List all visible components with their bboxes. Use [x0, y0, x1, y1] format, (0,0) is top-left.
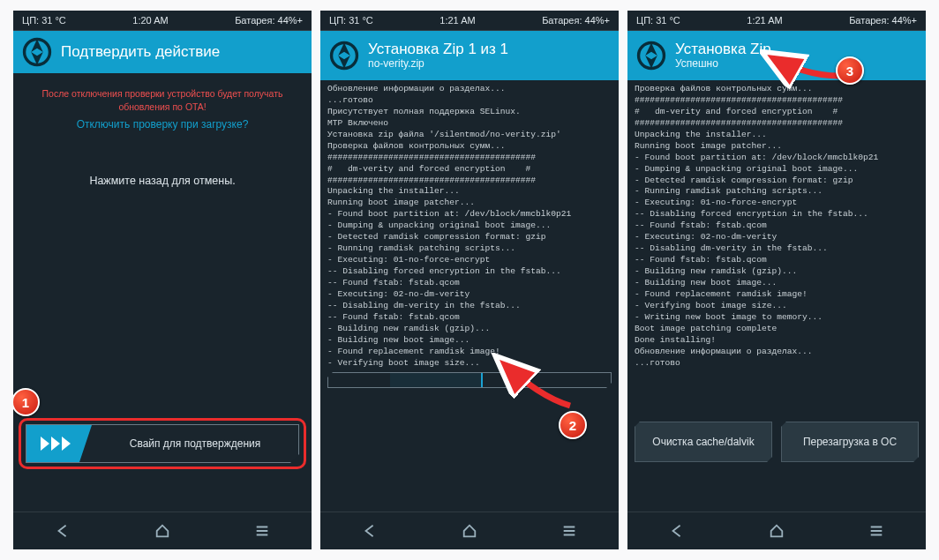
header: Установка Zip Успешно 3 [627, 31, 926, 80]
navbar [320, 511, 619, 549]
warning-text: После отключения проверки устройство буд… [20, 87, 304, 113]
back-icon[interactable] [362, 523, 378, 539]
screen-confirm: ЦП: 31 °C 1:20 AM Батарея: 44%+ Подтверд… [13, 11, 312, 549]
screen-installing: ЦП: 31 °C 1:21 AM Батарея: 44%+ Установк… [320, 11, 619, 549]
wipe-cache-button[interactable]: Очистка cache/dalvik [635, 422, 772, 462]
annotation-arrow-3 [760, 49, 848, 93]
navbar [627, 511, 926, 549]
navbar [13, 511, 312, 549]
chevron-right-icon [41, 437, 49, 451]
home-icon[interactable] [462, 523, 477, 539]
clock: 1:21 AM [439, 15, 475, 26]
twrp-logo-icon [636, 41, 666, 71]
cpu-temp: ЦП: 31 °C [329, 15, 373, 26]
header-title: Установка Zip 1 из 1 [368, 41, 508, 58]
home-icon[interactable] [154, 523, 170, 539]
reboot-system-button[interactable]: Перезагрузка в ОС [781, 422, 919, 462]
annotation-arrow-2 [486, 353, 583, 414]
header: Установка Zip 1 из 1 no-verity.zip [320, 31, 619, 80]
button-row: Очистка cache/dalvik Перезагрузка в ОС [635, 422, 919, 462]
twrp-logo-icon [22, 37, 52, 67]
header: Подтвердить действие [13, 31, 312, 73]
statusbar: ЦП: 31 °C 1:21 AM Батарея: 44%+ [320, 11, 619, 31]
screen-done: ЦП: 31 °C 1:21 AM Батарея: 44%+ Установк… [627, 11, 926, 549]
statusbar: ЦП: 31 °C 1:20 AM Батарея: 44%+ [13, 11, 312, 31]
twrp-logo-icon [329, 41, 359, 71]
battery: Батарея: 44%+ [849, 15, 917, 26]
annotation-badge-1: 1 [13, 388, 40, 416]
annotation-badge-2: 2 [559, 411, 587, 439]
swipe-handle[interactable] [26, 425, 92, 462]
clock: 1:21 AM [747, 15, 782, 26]
content: Проверка файлов контрольных сумм... ####… [627, 80, 926, 511]
battery: Батарея: 44%+ [235, 15, 303, 26]
menu-icon[interactable] [254, 523, 270, 539]
back-icon[interactable] [55, 523, 71, 539]
cpu-temp: ЦП: 31 °C [636, 15, 680, 26]
cpu-temp: ЦП: 31 °C [22, 15, 66, 26]
content: После отключения проверки устройство буд… [13, 73, 312, 511]
header-title: Установка Zip [675, 41, 771, 58]
progress-fill [390, 373, 482, 387]
back-icon[interactable] [669, 523, 685, 539]
swipe-confirm-highlight: Свайп для подтверждения [19, 418, 306, 469]
swipe-label: Свайп для подтверждения [92, 437, 298, 450]
statusbar: ЦП: 31 °C 1:21 AM Батарея: 44%+ [627, 11, 926, 31]
battery: Батарея: 44%+ [542, 15, 610, 26]
menu-icon[interactable] [561, 523, 577, 539]
clock: 1:20 AM [132, 15, 168, 26]
question-text[interactable]: Отключить проверку при загрузке? [20, 118, 304, 131]
header-subtitle: Успешно [675, 58, 771, 71]
terminal-output: Обновление информации о разделах... ...г… [327, 84, 612, 369]
annotation-badge-3: 3 [836, 56, 864, 85]
header-subtitle: no-verity.zip [368, 58, 508, 71]
terminal-output: Проверка файлов контрольных сумм... ####… [635, 84, 919, 369]
content: Обновление информации о разделах... ...г… [320, 80, 619, 511]
home-icon[interactable] [769, 523, 785, 539]
hint-text: Нажмите назад для отмены. [20, 175, 304, 187]
chevron-right-icon [51, 437, 60, 451]
header-title: Подтвердить действие [61, 43, 220, 61]
chevron-right-icon [62, 437, 71, 451]
menu-icon[interactable] [868, 523, 884, 539]
swipe-confirm[interactable]: Свайп для подтверждения [26, 424, 299, 463]
